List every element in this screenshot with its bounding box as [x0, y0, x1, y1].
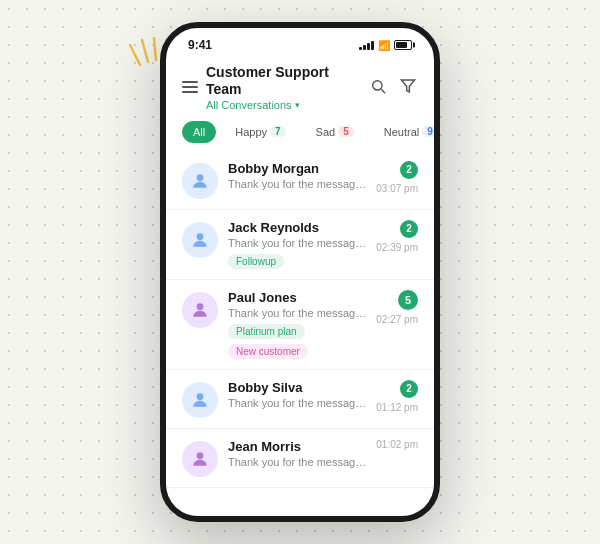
svg-marker-5 [401, 80, 414, 92]
tab-happy-badge: 7 [270, 126, 286, 137]
svg-line-0 [130, 45, 140, 65]
conv-content: Bobby Silva Thank you for the message... [228, 380, 370, 409]
conv-meta: 2 01:12 pm [376, 380, 418, 413]
tag-new-customer: New customer [228, 344, 308, 359]
unread-badge: 2 [400, 380, 418, 398]
status-bar: 9:41 📶 [166, 28, 434, 56]
filter-row[interactable]: All Conversations ▾ [206, 99, 368, 111]
conv-content: Jack Reynolds Thank you for the message.… [228, 220, 370, 269]
conv-tags: Followup [228, 254, 370, 269]
conv-item-bobby-morgan[interactable]: Bobby Morgan Thank you for the message..… [166, 151, 434, 210]
filter-tabs: All Happy 7 Sad 5 Neutral 9 Ir… [166, 117, 434, 151]
svg-point-7 [197, 233, 204, 240]
conv-time: 01:12 pm [376, 402, 418, 413]
conv-meta: 2 02:39 pm [376, 220, 418, 253]
search-button[interactable] [368, 76, 388, 99]
conv-item-jean-morris[interactable]: Jean Morris Thank you for the message...… [166, 429, 434, 488]
svg-point-10 [197, 452, 204, 459]
conv-content: Jean Morris Thank you for the message... [228, 439, 370, 468]
status-icons: 📶 [359, 40, 412, 51]
conv-name: Jack Reynolds [228, 220, 370, 235]
header-title-block: Customer Support Team All Conversations … [206, 64, 368, 111]
tab-happy[interactable]: Happy 7 [224, 121, 296, 143]
conv-preview: Thank you for the message... [228, 237, 370, 249]
tab-all[interactable]: All [182, 121, 216, 143]
svg-line-2 [154, 38, 156, 60]
conv-tags: Platinum plan New customer [228, 324, 370, 359]
svg-line-1 [142, 40, 148, 62]
conv-item-paul-jones[interactable]: Paul Jones Thank you for the message... … [166, 280, 434, 370]
team-name: Customer Support Team [206, 64, 368, 98]
unread-badge: 2 [400, 161, 418, 179]
unread-badge: 5 [398, 290, 418, 310]
conversation-list: Bobby Morgan Thank you for the message..… [166, 151, 434, 516]
tab-sad-badge: 5 [338, 126, 354, 137]
wifi-icon: 📶 [378, 40, 390, 51]
tag-followup: Followup [228, 254, 284, 269]
menu-icon[interactable] [182, 81, 198, 93]
app-header: Customer Support Team All Conversations … [166, 56, 434, 117]
conv-item-bobby-silva[interactable]: Bobby Silva Thank you for the message...… [166, 370, 434, 429]
filter-label: All Conversations [206, 99, 292, 111]
conv-name: Bobby Silva [228, 380, 370, 395]
phone-shell: 9:41 📶 Customer Support Team All Convers… [160, 22, 440, 522]
conv-name: Jean Morris [228, 439, 370, 454]
filter-button[interactable] [398, 76, 418, 99]
conv-content: Paul Jones Thank you for the message... … [228, 290, 370, 359]
tab-sad-label: Sad [316, 126, 336, 138]
unread-badge: 2 [400, 220, 418, 238]
conv-meta: 2 03:07 pm [376, 161, 418, 194]
svg-point-8 [197, 303, 204, 310]
signal-icon [359, 41, 374, 50]
header-actions [368, 76, 418, 99]
tab-neutral[interactable]: Neutral 9 [373, 121, 434, 143]
conv-time: 02:27 pm [376, 314, 418, 325]
tab-neutral-label: Neutral [384, 126, 419, 138]
tab-neutral-badge: 9 [422, 126, 434, 137]
avatar [182, 382, 218, 418]
conv-meta: 5 02:27 pm [376, 290, 418, 325]
tab-sad[interactable]: Sad 5 [305, 121, 365, 143]
avatar [182, 292, 218, 328]
svg-point-9 [197, 393, 204, 400]
avatar [182, 441, 218, 477]
conv-preview: Thank you for the message... [228, 397, 370, 409]
conv-item-jack-reynolds[interactable]: Jack Reynolds Thank you for the message.… [166, 210, 434, 280]
tab-all-label: All [193, 126, 205, 138]
decorative-lines [120, 30, 160, 70]
conv-preview: Thank you for the message... [228, 307, 370, 319]
svg-point-6 [197, 174, 204, 181]
conv-name: Paul Jones [228, 290, 370, 305]
conv-time: 03:07 pm [376, 183, 418, 194]
conv-preview: Thank you for the message... [228, 456, 370, 468]
avatar [182, 163, 218, 199]
avatar [182, 222, 218, 258]
conv-time: 01:02 pm [376, 439, 418, 450]
tab-happy-label: Happy [235, 126, 267, 138]
conv-preview: Thank you for the message... [228, 178, 370, 190]
conv-name: Bobby Morgan [228, 161, 370, 176]
conv-content: Bobby Morgan Thank you for the message..… [228, 161, 370, 190]
tag-platinum-plan: Platinum plan [228, 324, 305, 339]
status-time: 9:41 [188, 38, 212, 52]
chevron-down-icon: ▾ [295, 100, 300, 110]
conv-meta: 01:02 pm [376, 439, 418, 450]
battery-icon [394, 40, 412, 50]
svg-line-4 [381, 89, 385, 93]
conv-time: 02:39 pm [376, 242, 418, 253]
